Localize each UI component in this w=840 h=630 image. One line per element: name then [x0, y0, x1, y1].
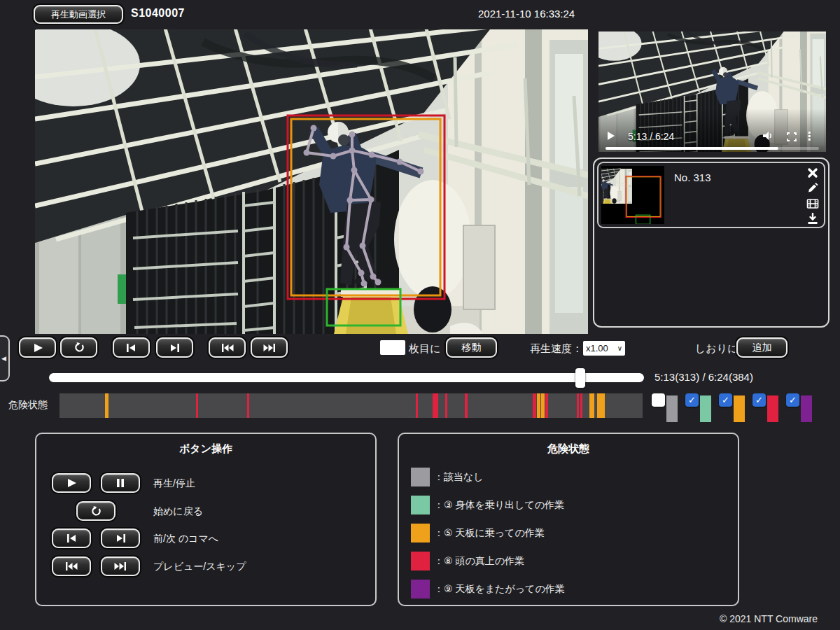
danger-marker	[537, 393, 540, 418]
legend-label: ：⑧ 頭の真上の作業	[434, 555, 524, 570]
filter-checkbox[interactable]: ✓	[786, 393, 799, 407]
danger-marker	[577, 393, 579, 418]
bookmark-list-panel: No. 313	[593, 158, 830, 328]
danger-marker	[545, 393, 548, 418]
delete-bookmark-icon[interactable]	[806, 167, 819, 179]
danger-marker	[416, 393, 418, 418]
danger-filter: ✓	[719, 393, 745, 423]
guide-restart-button[interactable]	[76, 501, 115, 521]
rewind-button[interactable]	[209, 337, 246, 358]
danger-legend-panel: 危険状態 ：該当なし ：③ 身体を乗り出しての作業 ：⑤ 天板に乗っての作業	[398, 433, 739, 606]
seek-slider-track[interactable]	[49, 373, 644, 382]
frame-number-input[interactable]	[380, 340, 405, 355]
legend-color-swatch	[411, 552, 430, 570]
frame-unit-label: 枚目に	[409, 342, 440, 356]
danger-filter: ✓	[685, 393, 711, 423]
speed-value: x1.00	[586, 343, 608, 354]
guide-label-preview-skip: プレビュー/スキップ	[153, 561, 246, 573]
next-frame-button[interactable]	[156, 337, 193, 358]
danger-marker	[247, 393, 249, 418]
main-video-frame[interactable]	[35, 29, 588, 334]
preview-video-player[interactable]: 5:13 / 6:24 ⋮	[598, 31, 826, 152]
bookmark-add-label: しおりに	[695, 342, 738, 356]
bookmark-thumbnail	[601, 166, 664, 224]
danger-marker	[445, 393, 447, 418]
legend-color-swatch	[411, 496, 430, 514]
guide-label-restart: 始めに戻る	[153, 505, 203, 518]
legend-item: ：該当なし	[411, 468, 565, 486]
video-scene	[35, 29, 588, 334]
danger-marker	[433, 393, 438, 418]
guide-rewind-button[interactable]	[52, 556, 91, 576]
danger-state-timeline[interactable]	[59, 393, 643, 418]
preview-play-icon[interactable]	[607, 131, 615, 144]
move-to-frame-button[interactable]: 移動	[446, 337, 497, 358]
danger-legend-title: 危険状態	[399, 442, 738, 456]
guide-skip-button[interactable]	[101, 556, 140, 576]
legend-color-swatch	[411, 468, 430, 486]
legend-label: ：⑨ 天板をまたがっての作業	[434, 583, 565, 598]
filter-checkbox[interactable]	[652, 393, 665, 407]
seek-slider-thumb[interactable]	[575, 368, 585, 388]
playback-speed-select[interactable]: x1.00 ∨	[583, 341, 625, 356]
bookmark-title: No. 313	[674, 172, 711, 183]
legend-item: ：⑧ 頭の真上の作業	[411, 552, 565, 570]
guide-pause-button[interactable]	[101, 473, 140, 493]
guide-prev-frame-button[interactable]	[52, 528, 91, 548]
danger-marker	[541, 393, 545, 418]
prev-frame-button[interactable]	[113, 337, 150, 358]
danger-filter: ✓	[752, 393, 778, 423]
bookmark-card[interactable]: No. 313	[597, 162, 825, 228]
chevron-down-icon: ∨	[617, 344, 622, 352]
skip-button[interactable]	[251, 337, 288, 358]
video-id-label: S1040007	[131, 7, 185, 20]
filter-color-swatch	[767, 396, 778, 422]
legend-color-swatch	[411, 580, 430, 598]
danger-filter: ✓	[786, 393, 812, 423]
danger-legend-list: ：該当なし ：③ 身体を乗り出しての作業 ：⑤ 天板に乗っての作業 ：⑧ 頭の真…	[411, 468, 565, 608]
filter-color-swatch	[734, 396, 745, 422]
legend-color-swatch	[411, 524, 430, 542]
danger-filter	[652, 393, 678, 423]
preview-time-label: 5:13 / 6:24	[628, 131, 674, 142]
guide-label-play-stop: 再生/停止	[153, 477, 195, 490]
filter-color-swatch	[700, 396, 711, 422]
legend-label: ：⑤ 天板に乗っての作業	[434, 527, 545, 542]
legend-label: ：該当なし	[434, 471, 484, 486]
speed-label: 再生速度：	[530, 342, 582, 356]
danger-marker	[533, 393, 536, 418]
edit-bookmark-icon[interactable]	[806, 182, 819, 195]
filter-color-swatch	[666, 396, 678, 422]
filter-checkbox[interactable]: ✓	[752, 393, 766, 407]
danger-marker	[105, 393, 108, 418]
recording-timestamp: 2021-11-10 16:33:24	[478, 8, 575, 20]
preview-progress-bar[interactable]	[606, 147, 819, 150]
preview-progress-fill	[606, 147, 778, 150]
more-options-icon[interactable]: ⋮	[804, 130, 815, 143]
legend-item: ：③ 身体を乗り出しての作業	[411, 496, 565, 514]
fullscreen-icon[interactable]	[787, 132, 797, 144]
danger-marker	[465, 393, 468, 418]
restart-button[interactable]	[60, 337, 97, 358]
add-bookmark-button[interactable]: 追加	[736, 337, 788, 358]
chevron-left-icon: ◀	[1, 355, 6, 362]
app-window: 再生動画選択 S1040007 2021-11-10 16:33:24	[0, 0, 840, 630]
danger-filter-group: ✓ ✓ ✓ ✓	[652, 393, 812, 423]
download-icon[interactable]	[806, 213, 819, 225]
danger-marker	[589, 393, 594, 418]
button-guide-panel: ボタン操作 再生/停止 始めに戻る 前/次 のコマへ	[35, 433, 377, 606]
danger-marker	[597, 393, 605, 418]
play-button[interactable]	[19, 337, 56, 358]
volume-icon[interactable]	[762, 131, 774, 144]
playback-position-label: 5:13(313) / 6:24(384)	[654, 371, 753, 383]
side-panel-tab[interactable]: ◀	[0, 335, 10, 382]
button-guide-title: ボタン操作	[36, 442, 375, 456]
select-playback-video-button[interactable]: 再生動画選択	[34, 5, 123, 24]
filter-color-swatch	[801, 396, 812, 422]
danger-marker	[196, 393, 198, 418]
export-video-icon[interactable]	[806, 197, 819, 210]
guide-next-frame-button[interactable]	[101, 528, 140, 548]
filter-checkbox[interactable]: ✓	[685, 393, 699, 407]
guide-play-button[interactable]	[52, 473, 91, 493]
filter-checkbox[interactable]: ✓	[719, 393, 732, 407]
